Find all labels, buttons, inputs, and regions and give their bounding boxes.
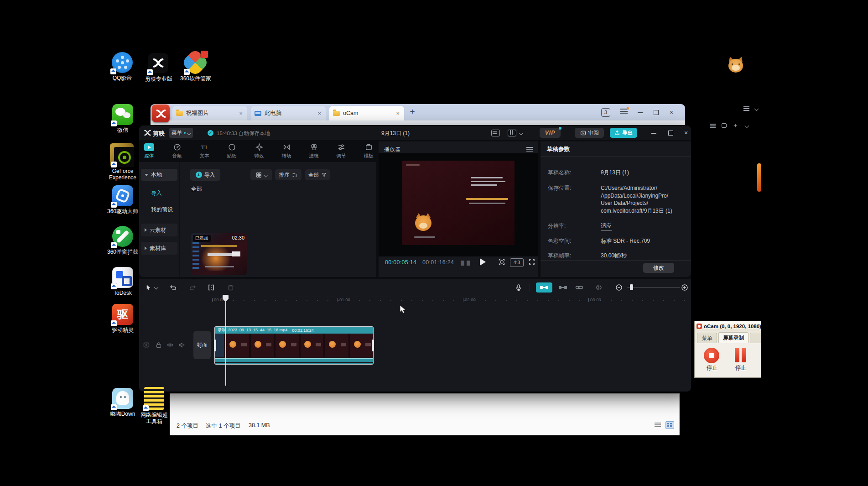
ribbon-tab-adjust[interactable]: 调节 [330, 143, 352, 159]
select-tool-icon[interactable] [145, 284, 152, 291]
ribbon-tab-audio[interactable]: 音频 [166, 143, 188, 159]
window-close-button[interactable]: × [681, 128, 691, 137]
browser-close-button[interactable]: × [666, 107, 677, 118]
capcut-app-badge[interactable] [152, 105, 170, 122]
resolution-value[interactable]: 适应 [601, 222, 612, 231]
play-button[interactable] [480, 258, 486, 266]
window-minimize-button[interactable] [649, 128, 659, 137]
browser-tab-blessing-images[interactable]: 祝福图片 × [172, 106, 247, 120]
ocam-tab-menu[interactable]: 菜单 [697, 333, 717, 343]
auto-ripple-toggle[interactable] [559, 286, 567, 289]
redo-icon[interactable] [189, 284, 197, 291]
sidebar-item-local[interactable]: 本地 [141, 169, 177, 181]
add-icon[interactable]: + [733, 121, 738, 129]
zoom-slider-handle[interactable] [630, 284, 633, 290]
browser-maximize-button[interactable] [650, 107, 661, 118]
timeline-clip[interactable]: 录制_2023_09_13_15_44_15_18.mp4 00:01:16:2… [215, 327, 373, 364]
delete-icon[interactable] [227, 284, 234, 291]
lock-track-icon[interactable] [155, 341, 162, 349]
ribbon-tab-template[interactable]: 模板 [358, 143, 379, 159]
ribbon-tab-text[interactable]: TI 文本 [193, 143, 215, 159]
ribbon-tab-media[interactable]: 媒体 [138, 143, 160, 159]
fullscreen-icon[interactable] [528, 258, 535, 266]
desktop-icon-todesk[interactable]: ToDesk [102, 267, 144, 296]
tab-count-badge[interactable]: 3 [601, 108, 610, 117]
frame-step-icon[interactable] [461, 261, 464, 266]
ribbon-tab-transition[interactable]: 转场 [275, 143, 297, 159]
browser-tab-this-pc[interactable]: 此电脑 × [251, 106, 326, 120]
media-clip-card[interactable]: 已添加 02:30 [191, 233, 247, 275]
sidebar-item-cloud-assets[interactable]: 云素材 [141, 224, 177, 236]
panel-layout-icon[interactable] [508, 130, 516, 136]
stop-recording-button[interactable] [704, 348, 719, 363]
new-tab-button[interactable]: + [407, 107, 418, 117]
sidebar-item-presets[interactable]: 我的预设 [151, 206, 173, 214]
window-maximize-button[interactable] [665, 128, 676, 137]
tab-close-icon[interactable]: × [395, 110, 400, 117]
ribbon-tab-sticker[interactable]: 贴纸 [221, 143, 243, 159]
playhead-line[interactable] [225, 297, 226, 386]
link-toggle-icon[interactable] [575, 284, 583, 291]
lock-icon[interactable] [722, 123, 727, 128]
ocam-tab-partial[interactable] [750, 333, 761, 343]
export-button[interactable]: 导出 [610, 128, 637, 138]
browser-minimize-button[interactable] [635, 107, 646, 118]
aspect-ratio-button[interactable]: 4:3 [510, 258, 524, 267]
timeline-ruler[interactable] [212, 300, 686, 301]
vip-badge[interactable]: VIP [540, 128, 561, 138]
desktop-icon-driver-genius[interactable]: 驱 驱动精灵 [102, 304, 144, 333]
ribbon-tab-filter[interactable]: 滤镜 [303, 143, 325, 159]
mute-track-icon[interactable] [178, 341, 185, 349]
sidebar-item-import[interactable]: 导入 [151, 189, 162, 197]
ocam-titlebar[interactable]: oCam (0, 0, 1920, 1080) [695, 321, 761, 331]
desktop-icon-geforce-experience[interactable]: GeForceExperience [102, 145, 144, 181]
modify-button[interactable]: 修改 [643, 263, 674, 273]
clip-trim-handle-left[interactable] [214, 340, 216, 351]
notes-icon[interactable] [620, 109, 628, 115]
chevron-down-icon[interactable] [154, 285, 159, 290]
filter-button[interactable]: 全部 [305, 169, 330, 180]
browser-tab-ocam[interactable]: oCam × [329, 106, 404, 120]
desktop-icon-capcut[interactable]: 剪映专业版 [138, 53, 180, 82]
list-icon[interactable] [710, 124, 716, 128]
preview-split-icon[interactable] [595, 284, 603, 291]
desktop-icon-360-popup-blocker[interactable]: 360弹窗拦截 [102, 226, 144, 255]
desktop-icon-wechat[interactable]: 微信 [102, 104, 144, 133]
layout-toggle-icon[interactable] [491, 130, 500, 136]
thumbnail-view-icon[interactable] [665, 421, 674, 429]
view-mode-button[interactable] [250, 169, 272, 180]
desktop-icon-360-manager[interactable]: 360软件管家 [175, 52, 217, 82]
record-voiceover-icon[interactable] [515, 284, 522, 292]
review-button[interactable]: 审阅 [575, 128, 604, 138]
hide-track-icon[interactable] [166, 341, 174, 349]
fit-to-screen-icon[interactable] [498, 258, 505, 266]
cover-button[interactable]: 封面 [193, 331, 211, 359]
hamburger-menu-icon[interactable] [743, 106, 749, 111]
ribbon-tab-effects[interactable]: 特效 [248, 143, 270, 159]
details-view-icon[interactable] [655, 423, 661, 428]
video-preview[interactable] [402, 161, 515, 245]
desktop-icon-web-toolbox[interactable]: 网络编辑超工具箱 [133, 387, 175, 424]
main-track-magnet-toggle[interactable] [536, 282, 552, 293]
chevron-down-icon[interactable] [754, 107, 759, 111]
chevron-down-icon[interactable] [519, 131, 524, 136]
menu-button[interactable]: 菜单 [169, 128, 193, 138]
track-type-icon[interactable] [143, 341, 150, 349]
sort-button[interactable]: 排序 [275, 169, 301, 180]
chevron-down-icon[interactable] [745, 124, 749, 128]
zoom-out-icon[interactable] [615, 284, 623, 291]
desktop-icon-qq-player[interactable]: QQ影音 [101, 52, 143, 81]
split-tool-icon[interactable] [208, 284, 215, 291]
timeline-zoom-slider[interactable] [627, 287, 680, 288]
undo-icon[interactable] [169, 284, 177, 291]
desktop-icon-360-driver[interactable]: 360驱动大师 [102, 185, 144, 214]
sidebar-item-asset-library[interactable]: 素材库 [141, 242, 177, 255]
clip-trim-handle-right[interactable] [372, 340, 374, 351]
player-menu-icon[interactable] [526, 147, 533, 153]
import-button[interactable]: + 导入 [190, 169, 220, 181]
ocam-tab-screen-record[interactable]: 屏幕录制 [718, 332, 748, 343]
tab-close-icon[interactable]: × [238, 110, 244, 117]
pause-recording-button[interactable] [735, 348, 739, 362]
tab-close-icon[interactable]: × [317, 110, 322, 117]
frame-step-icon[interactable] [467, 261, 470, 266]
